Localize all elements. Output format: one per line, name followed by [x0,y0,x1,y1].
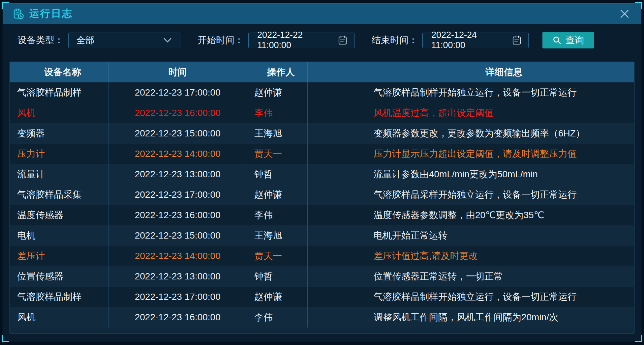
cell-detail: 电机开始正常运转 [308,225,634,246]
table-header-row: 设备名称 时间 操作人 详细信息 [10,62,634,82]
cell-detail: 差压计值过高,请及时更改 [308,246,634,266]
dialog-titlebar: 运行日志 [3,4,641,24]
end-time-label: 结束时间： [372,34,418,46]
table-row: 气溶胶样品制样2022-12-23 17:00:00赵仲谦气溶胶样品制样开始独立… [10,82,634,103]
device-type-select[interactable]: 全部 [68,33,180,48]
cell-time: 2022-12-23 15:00:00 [108,225,247,246]
table-row: 变频器2022-12-23 15:00:00王海旭变频器参数更改，更改参数为变频… [10,123,634,144]
cell-time: 2022-12-23 16:00:00 [108,307,247,328]
table-row: 气溶胶样品采集2022-12-23 17:00:00赵仲谦气溶胶样品采样开始独立… [10,185,634,205]
cell-time: 2022-12-23 13:00:00 [108,164,247,185]
table-row: 位置传感器2022-12-23 13:00:00钟哲位置传感器正常运转，一切正常 [10,266,634,287]
corner-bracket-bottom-left [2,335,9,342]
device-type-label: 设备类型： [17,34,64,46]
cell-operator: 赵仲谦 [247,287,308,307]
cell-operator: 钟哲 [247,266,308,287]
cell-device: 位置传感器 [10,266,108,287]
cell-detail: 风机温度过高，超出设定阈值 [308,103,634,123]
screen: { "dialog": { "title": "运行日志" }, "filter… [0,0,644,345]
cell-operator: 贾天一 [247,246,308,266]
end-time-value: 2022-12-24 11:00:00 [431,30,512,50]
cell-detail: 气溶胶样品采样开始独立运行，设备一切正常运行 [308,185,634,205]
cell-operator: 赵仲谦 [247,82,308,103]
chevron-down-icon [163,37,172,43]
table-row: 电机2022-12-23 15:00:00王海旭电机开始正常运转 [10,225,634,246]
table-row: 风机2022-12-23 16:00:00李伟调整风机工作间隔，风机工作间隔为2… [10,307,634,328]
cell-operator: 王海旭 [247,225,308,246]
close-button[interactable] [617,7,632,21]
cell-operator: 李伟 [247,307,308,328]
cell-time: 2022-12-23 16:00:00 [108,103,247,123]
column-header-device: 设备名称 [10,62,108,82]
cell-detail: 温度传感器参数调整，由20℃更改为35℃ [308,205,634,225]
table-body: 气溶胶样品制样2022-12-23 17:00:00赵仲谦气溶胶样品制样开始独立… [10,82,634,328]
cell-detail: 压力计显示压力超出设定阈值，请及时调整压力值 [308,144,634,164]
cell-device: 温度传感器 [10,205,108,225]
search-icon [552,36,562,45]
cell-detail: 流量计参数由40mL/min更改为50mL/min [308,164,634,185]
partial-next-row [10,328,634,333]
cell-time: 2022-12-23 17:00:00 [108,287,247,307]
cell-device: 气溶胶样品采集 [10,185,108,205]
query-button-label: 查询 [566,34,584,46]
table-row: 流量计2022-12-23 13:00:00钟哲流量计参数由40mL/min更改… [10,164,634,185]
start-time-value: 2022-12-22 11:00:00 [257,30,338,50]
calendar-icon[interactable] [338,35,348,45]
cell-device: 风机 [10,103,108,123]
log-clipboard-clock-icon [12,8,25,20]
filter-bar: 设备类型： 全部 开始时间： 2022-12-22 11:00:00 [3,24,641,56]
cell-time: 2022-12-23 14:00:00 [108,144,247,164]
cell-detail: 调整风机工作间隔，风机工作间隔为20min/次 [308,307,634,328]
log-dialog: 运行日志 设备类型： 全部 开始时间： 2022-12-22 11:00:00 [3,3,641,341]
corner-bracket-top-right [635,2,642,9]
table-row: 风机2022-12-23 16:00:00李伟风机温度过高，超出设定阈值 [10,103,634,123]
cell-operator: 李伟 [247,103,308,123]
corner-bracket-bottom-right [635,335,642,342]
table-row: 压力计2022-12-23 14:00:00贾天一压力计显示压力超出设定阈值，请… [10,144,634,164]
cell-device: 电机 [10,225,108,246]
cell-operator: 钟哲 [247,164,308,185]
cell-detail: 气溶胶样品制样开始独立运行，设备一切正常运行 [308,287,634,307]
cell-detail: 变频器参数更改，更改参数为变频输出频率（6HZ） [308,123,634,144]
cell-operator: 李伟 [247,205,308,225]
cell-time: 2022-12-23 17:00:00 [108,82,247,103]
column-header-time: 时间 [108,62,247,82]
cell-device: 气溶胶样品制样 [10,287,108,307]
table-row: 温度传感器2022-12-23 16:00:00李伟温度传感器参数调整，由20℃… [10,205,634,225]
log-table: 设备名称 时间 操作人 详细信息 气溶胶样品制样2022-12-23 17:00… [10,62,634,333]
cell-time: 2022-12-23 17:00:00 [108,185,247,205]
cell-device: 变频器 [10,123,108,144]
cell-operator: 赵仲谦 [247,185,308,205]
column-header-operator: 操作人 [247,62,308,82]
cell-operator: 王海旭 [247,123,308,144]
cell-device: 压力计 [10,144,108,164]
device-type-value: 全部 [77,34,94,46]
dialog-title: 运行日志 [29,7,73,20]
table-row: 气溶胶样品制样2022-12-23 17:00:00赵仲谦气溶胶样品制样开始独立… [10,287,634,307]
cell-time: 2022-12-23 15:00:00 [108,123,247,144]
start-time-label: 开始时间： [198,34,244,46]
cell-device: 差压计 [10,246,108,266]
query-button[interactable]: 查询 [542,32,594,48]
column-header-detail: 详细信息 [308,62,634,82]
cell-detail: 位置传感器正常运转，一切正常 [308,266,634,287]
start-time-input[interactable]: 2022-12-22 11:00:00 [248,33,354,48]
cell-detail: 气溶胶样品制样开始独立运行，设备一切正常运行 [308,82,634,103]
cell-time: 2022-12-23 13:00:00 [108,266,247,287]
cell-device: 流量计 [10,164,108,185]
end-time-input[interactable]: 2022-12-24 11:00:00 [422,33,529,48]
cell-time: 2022-12-23 16:00:00 [108,205,247,225]
cell-operator: 贾天一 [247,144,308,164]
corner-bracket-top-left [2,2,9,9]
cell-device: 风机 [10,307,108,328]
table-row: 差压计2022-12-23 14:00:00贾天一差压计值过高,请及时更改 [10,246,634,266]
calendar-icon[interactable] [512,35,522,45]
cell-device: 气溶胶样品制样 [10,82,108,103]
cell-time: 2022-12-23 14:00:00 [108,246,247,266]
